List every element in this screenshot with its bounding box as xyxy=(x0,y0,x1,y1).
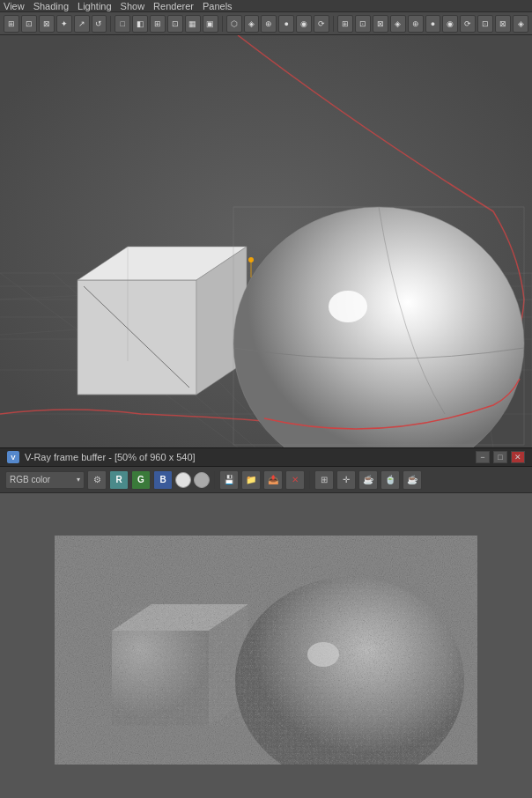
viewport-3d[interactable] xyxy=(0,35,532,447)
color-correct-button[interactable]: ☕ xyxy=(358,470,378,490)
toolbar-btn-6[interactable]: ↺ xyxy=(92,15,107,33)
g-channel-button[interactable]: G xyxy=(131,470,151,490)
menu-lighting[interactable]: Lighting xyxy=(78,1,112,11)
toolbar-btn-19[interactable]: ⊞ xyxy=(337,15,353,33)
white-display-button[interactable] xyxy=(175,472,191,488)
toolbar-btn-17[interactable]: ◉ xyxy=(296,15,312,33)
gray-display-button[interactable] xyxy=(194,472,210,488)
toolbar-btn-22[interactable]: ◈ xyxy=(390,15,406,33)
close-button[interactable]: ✕ xyxy=(511,451,525,463)
menu-shading[interactable]: Shading xyxy=(33,1,69,11)
toolbar-btn-8[interactable]: ◧ xyxy=(132,15,148,33)
open-folder-button[interactable]: 📁 xyxy=(241,470,261,490)
stop-button[interactable]: ✕ xyxy=(285,470,305,490)
b-channel-button[interactable]: B xyxy=(153,470,173,490)
viewport-canvas xyxy=(0,35,532,447)
menu-renderer[interactable]: Renderer xyxy=(153,1,194,11)
toolbar-btn-29[interactable]: ◈ xyxy=(513,15,528,33)
save-button[interactable]: 💾 xyxy=(219,470,239,490)
toolbar-btn-26[interactable]: ⟳ xyxy=(460,15,476,33)
channel-dropdown[interactable]: RGB color ▾ xyxy=(5,471,85,489)
svg-rect-40 xyxy=(55,536,477,765)
move-button[interactable]: ✛ xyxy=(336,470,356,490)
maximize-button[interactable]: □ xyxy=(493,451,507,463)
toolbar-separator-1 xyxy=(110,16,111,32)
render-image xyxy=(55,536,477,765)
framebuffer-titlebar: V V-Ray frame buffer - [50% of 960 x 540… xyxy=(0,447,532,467)
framebuffer-toolbar: RGB color ▾ ⚙ R G B 💾 📁 📤 ✕ ⊞ ✛ ☕ 🍵 ☕ xyxy=(0,467,532,493)
r-channel-button[interactable]: R xyxy=(109,470,129,490)
minimize-button[interactable]: − xyxy=(476,451,490,463)
svg-point-27 xyxy=(329,291,367,322)
toolbar-btn-11[interactable]: ▦ xyxy=(185,15,201,33)
toolbar-btn-24[interactable]: ● xyxy=(425,15,441,33)
tea-button-2[interactable]: ☕ xyxy=(403,470,422,490)
fb-separator-2 xyxy=(309,471,310,489)
toolbar-btn-5[interactable]: ↗ xyxy=(74,15,90,33)
main-toolbar: ⊞ ⊡ ⊠ ✦ ↗ ↺ □ ◧ ⊞ ⊡ ▦ ▣ ⬡ ◈ ⊕ ● ◉ ⟳ ⊞ ⊡ … xyxy=(0,12,532,35)
toolbar-btn-14[interactable]: ◈ xyxy=(244,15,260,33)
window-controls: − □ ✕ xyxy=(476,451,525,463)
toolbar-btn-1[interactable]: ⊞ xyxy=(4,15,19,33)
menu-bar: View Shading Lighting Show Renderer Pane… xyxy=(0,0,532,12)
settings-button[interactable]: ⚙ xyxy=(87,470,107,490)
export-button[interactable]: 📤 xyxy=(263,470,283,490)
vray-icon: V xyxy=(7,451,19,463)
toolbar-btn-9[interactable]: ⊞ xyxy=(150,15,166,33)
toolbar-btn-7[interactable]: □ xyxy=(115,15,130,33)
menu-panels[interactable]: Panels xyxy=(203,1,233,11)
channel-label: RGB color xyxy=(10,475,50,484)
cube-object xyxy=(78,247,247,395)
channel-dropdown-arrow: ▾ xyxy=(77,476,80,484)
toolbar-btn-25[interactable]: ◉ xyxy=(442,15,458,33)
toolbar-btn-2[interactable]: ⊡ xyxy=(21,15,37,33)
toolbar-btn-4[interactable]: ✦ xyxy=(56,15,72,33)
toolbar-separator-3 xyxy=(333,16,334,32)
toolbar-btn-15[interactable]: ⊕ xyxy=(261,15,277,33)
toolbar-btn-18[interactable]: ⟳ xyxy=(314,15,329,33)
render-canvas xyxy=(55,536,477,765)
toolbar-btn-13[interactable]: ⬡ xyxy=(226,15,242,33)
framebuffer-content xyxy=(0,493,532,798)
toolbar-btn-10[interactable]: ⊡ xyxy=(167,15,183,33)
toolbar-btn-23[interactable]: ⊕ xyxy=(408,15,424,33)
toolbar-btn-21[interactable]: ⊠ xyxy=(373,15,388,33)
toolbar-btn-12[interactable]: ▣ xyxy=(203,15,218,33)
menu-view[interactable]: View xyxy=(4,1,25,11)
toolbar-btn-16[interactable]: ● xyxy=(278,15,294,33)
toolbar-btn-27[interactable]: ⊡ xyxy=(477,15,493,33)
tea-button-1[interactable]: 🍵 xyxy=(381,470,400,490)
toolbar-btn-28[interactable]: ⊠ xyxy=(495,15,511,33)
toolbar-btn-3[interactable]: ⊠ xyxy=(39,15,55,33)
toolbar-separator-2 xyxy=(222,16,223,32)
framebuffer-title: V-Ray frame buffer - [50% of 960 x 540] xyxy=(25,452,476,462)
stereo-button[interactable]: ⊞ xyxy=(314,470,334,490)
menu-show[interactable]: Show xyxy=(121,1,145,11)
toolbar-btn-20[interactable]: ⊡ xyxy=(355,15,371,33)
fb-separator-1 xyxy=(214,471,215,489)
